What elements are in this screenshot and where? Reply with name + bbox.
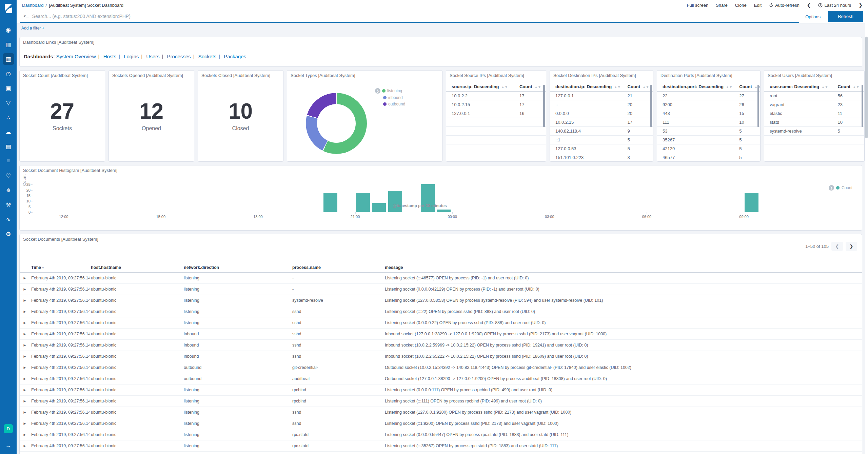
agg-cell[interactable]: 20 — [622, 109, 653, 118]
histogram-bar-22:00[interactable] — [388, 191, 402, 212]
dashboard-link-system-overview[interactable]: System Overview — [56, 54, 96, 59]
nav-item-timelion[interactable]: ◴ — [3, 68, 14, 79]
expand-row-caret[interactable]: ▶ — [20, 284, 30, 295]
search-input[interactable] — [32, 14, 796, 19]
agg-cell[interactable]: elastic — [764, 109, 832, 118]
agg-cell[interactable]: 111 — [657, 118, 734, 127]
legend-label-listening[interactable]: listening — [387, 88, 402, 93]
agg-cell[interactable]: ::1 — [550, 136, 622, 144]
expand-row-caret[interactable]: ▶ — [20, 273, 30, 284]
agg-cell[interactable]: 27 — [734, 92, 761, 100]
expand-row-caret[interactable]: ▶ — [20, 362, 30, 373]
histogram-bar-23:30[interactable] — [437, 210, 451, 212]
agg-col-count[interactable]: Count ▲▼ — [734, 82, 761, 92]
histogram-bar-20:00[interactable] — [323, 193, 337, 212]
kibana-logo[interactable] — [0, 0, 17, 17]
agg-cell[interactable]: vagrant — [764, 100, 832, 109]
page-scrollbar-thumb[interactable] — [865, 37, 868, 138]
expand-row-caret[interactable]: ▶ — [20, 418, 30, 429]
col-message[interactable]: message — [383, 263, 862, 273]
agg-col-count[interactable]: Count ▲▼ — [622, 82, 653, 92]
dashboard-link-logins[interactable]: Logins — [124, 54, 139, 59]
agg-cell[interactable]: 3 — [622, 153, 653, 162]
page-scrollbar[interactable] — [865, 0, 868, 454]
agg-cell[interactable]: 0.0.0.0 — [550, 109, 622, 118]
clone-button[interactable]: Clone — [735, 3, 747, 8]
add-filter-button[interactable]: Add a filter + — [21, 26, 44, 31]
agg-cell[interactable]: 127.0.0.1 — [446, 109, 514, 118]
auto-refresh-button[interactable]: Auto-refresh — [769, 3, 800, 8]
nav-item-uptime[interactable]: ♡ — [3, 170, 14, 181]
expand-row-caret[interactable]: ▶ — [20, 440, 30, 452]
expand-row-caret[interactable]: ▶ — [20, 295, 30, 306]
agg-cell[interactable]: 5 — [622, 136, 653, 144]
dashboard-link-sockets[interactable]: Sockets — [198, 54, 216, 59]
agg-col-bucket[interactable]: destination.port: Descending ▲▼ — [657, 82, 734, 92]
expand-row-caret[interactable]: ▶ — [20, 306, 30, 317]
socket-types-donut[interactable] — [306, 93, 367, 154]
agg-cell[interactable]: :: — [550, 100, 622, 109]
nav-item-visualize[interactable]: ▥ — [3, 39, 14, 50]
agg-cell[interactable]: 11 — [832, 109, 864, 118]
agg-cell[interactable]: 9200 — [657, 100, 734, 109]
nav-item-dashboard[interactable]: ▦ — [3, 53, 14, 65]
agg-col-bucket[interactable]: user.name: Descending ▲▼ — [764, 82, 832, 92]
histogram-bar-09:00[interactable] — [745, 193, 758, 212]
agg-cell[interactable]: 10.0.2.15 — [446, 100, 514, 109]
agg-cell[interactable]: 20 — [622, 100, 653, 109]
edit-button[interactable]: Edit — [754, 3, 762, 8]
agg-cell[interactable]: 21 — [622, 92, 653, 100]
expand-row-caret[interactable]: ▶ — [20, 373, 30, 384]
agg-cell[interactable]: 46577 — [657, 153, 734, 162]
nav-item-graph[interactable]: ✵ — [3, 184, 14, 196]
panel-scrollbar-thumb[interactable] — [650, 85, 652, 127]
agg-col-bucket[interactable]: destination.ip: Descending ▲▼ — [550, 82, 622, 92]
agg-cell[interactable]: 9 — [622, 127, 653, 136]
legend-expand-icon[interactable]: ❯ — [829, 185, 834, 191]
expand-row-caret[interactable]: ▶ — [20, 340, 30, 351]
share-button[interactable]: Share — [716, 3, 728, 8]
agg-cell[interactable]: 35267 — [657, 136, 734, 144]
nav-item-management[interactable]: ⚙ — [3, 228, 14, 240]
expand-row-caret[interactable]: ▶ — [20, 396, 30, 407]
agg-cell[interactable]: 5 — [734, 127, 761, 136]
expand-row-caret[interactable]: ▶ — [20, 384, 30, 396]
agg-cell[interactable]: 15 — [734, 109, 761, 118]
legend-expand-icon[interactable]: ❯ — [375, 88, 380, 94]
agg-cell[interactable]: 140.82.118.4 — [550, 127, 622, 136]
agg-cell[interactable]: 56 — [832, 92, 864, 100]
panel-scrollbar-thumb[interactable] — [757, 85, 759, 127]
next-page-button[interactable]: ❯ — [846, 242, 857, 251]
panel-scrollbar-thumb[interactable] — [543, 85, 545, 127]
agg-cell[interactable]: 17 — [514, 100, 546, 109]
expand-row-caret[interactable]: ▶ — [20, 329, 30, 340]
agg-cell[interactable]: systemd-resolve — [764, 127, 832, 136]
agg-cell[interactable]: 17 — [622, 118, 653, 127]
agg-cell[interactable]: root — [764, 92, 832, 100]
expand-row-caret[interactable]: ▶ — [20, 429, 30, 440]
agg-cell[interactable]: 5 — [832, 127, 864, 136]
full-screen-button[interactable]: Full screen — [687, 3, 709, 8]
agg-cell[interactable]: 127.0.0.53 — [550, 144, 622, 153]
agg-col-bucket[interactable]: source.ip: Descending ▲▼ — [446, 82, 514, 92]
agg-cell[interactable]: 10.0.2.2 — [446, 92, 514, 100]
agg-cell[interactable]: 127.0.0.1 — [550, 92, 622, 100]
legend-item-outbound[interactable]: outbound — [383, 102, 405, 106]
agg-cell[interactable]: 17 — [514, 92, 546, 100]
dashboard-link-hosts[interactable]: Hosts — [103, 54, 116, 59]
agg-cell[interactable]: 5 — [734, 153, 761, 162]
nav-item-maps[interactable]: ▽ — [3, 97, 14, 108]
agg-cell[interactable]: 10 — [734, 118, 761, 127]
histogram-bar-21:00[interactable] — [356, 193, 370, 212]
agg-col-count[interactable]: Count ▲▼ — [832, 82, 864, 92]
agg-cell[interactable]: 5 — [622, 144, 653, 153]
time-range-picker[interactable]: Last 24 hours — [818, 3, 851, 8]
agg-cell[interactable]: 22 — [657, 92, 734, 100]
nav-item-apm[interactable]: ≡ — [3, 155, 14, 167]
time-forward-chevron[interactable]: ❯ — [859, 2, 863, 8]
dashboard-link-users[interactable]: Users — [146, 54, 159, 59]
col-process[interactable]: process.name — [291, 263, 383, 273]
breadcrumb-dashboard-link[interactable]: Dashboard — [22, 3, 44, 8]
time-back-chevron[interactable]: ❮ — [807, 2, 811, 8]
nav-item-monitoring[interactable]: ∿ — [3, 214, 14, 225]
